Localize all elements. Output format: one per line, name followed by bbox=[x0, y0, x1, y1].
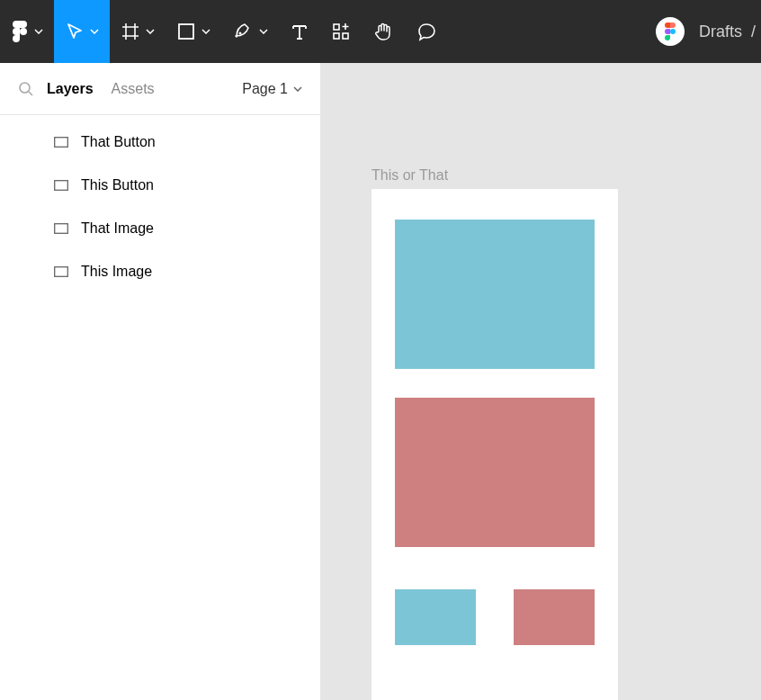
sidebar-tabs: Layers Assets bbox=[47, 81, 155, 97]
layer-item[interactable]: That Button bbox=[0, 121, 320, 164]
resources-button[interactable] bbox=[320, 0, 362, 63]
pen-tool-button[interactable] bbox=[221, 0, 279, 63]
svg-rect-8 bbox=[55, 138, 68, 148]
figma-menu-button[interactable] bbox=[0, 0, 54, 63]
svg-point-2 bbox=[239, 32, 242, 35]
chevron-down-icon bbox=[34, 29, 43, 34]
figma-color-logo-icon bbox=[664, 22, 676, 40]
breadcrumb-separator: / bbox=[751, 22, 756, 41]
figma-logo-icon bbox=[11, 19, 29, 44]
chevron-down-icon bbox=[90, 29, 99, 34]
svg-point-7 bbox=[20, 83, 30, 93]
layer-item[interactable]: This Button bbox=[0, 164, 320, 207]
search-icon[interactable] bbox=[18, 81, 34, 97]
canvas-frame[interactable] bbox=[372, 189, 618, 700]
resources-icon bbox=[331, 22, 351, 41]
chevron-down-icon bbox=[293, 86, 302, 92]
pen-icon bbox=[232, 21, 254, 42]
layer-item[interactable]: This Image bbox=[0, 250, 320, 293]
main: Layers Assets Page 1 This or That That B… bbox=[0, 63, 761, 700]
frame-tool-button[interactable] bbox=[110, 0, 166, 63]
layer-name: That Image bbox=[81, 220, 154, 237]
svg-rect-5 bbox=[343, 33, 348, 39]
svg-rect-4 bbox=[334, 33, 339, 39]
canvas-shape[interactable] bbox=[395, 220, 595, 369]
svg-point-6 bbox=[670, 29, 676, 34]
tab-layers[interactable]: Layers bbox=[47, 81, 94, 97]
tab-assets[interactable]: Assets bbox=[112, 81, 155, 97]
toolbar: Drafts / bbox=[0, 0, 761, 63]
svg-rect-1 bbox=[179, 24, 193, 39]
layers-list: This or That That Button This Button Tha… bbox=[0, 115, 320, 299]
rectangle-icon bbox=[176, 22, 196, 41]
layer-item[interactable]: That Image bbox=[0, 207, 320, 250]
hand-icon bbox=[372, 21, 394, 42]
hand-tool-button[interactable] bbox=[362, 0, 405, 63]
page-label: Page 1 bbox=[242, 81, 288, 97]
chevron-down-icon bbox=[146, 29, 155, 34]
canvas-shape[interactable] bbox=[395, 589, 476, 645]
canvas-shape[interactable] bbox=[514, 589, 595, 645]
comment-icon bbox=[416, 21, 437, 42]
rectangle-icon bbox=[54, 223, 68, 234]
text-icon bbox=[290, 22, 309, 41]
layer-name: This Image bbox=[81, 264, 152, 280]
text-tool-button[interactable] bbox=[279, 0, 320, 63]
rectangle-icon bbox=[54, 180, 68, 191]
chevron-down-icon bbox=[201, 29, 210, 34]
canvas-shape[interactable] bbox=[395, 398, 595, 547]
shape-tool-button[interactable] bbox=[166, 0, 221, 63]
breadcrumb[interactable]: Drafts / bbox=[699, 22, 761, 41]
sidebar-header: Layers Assets Page 1 bbox=[0, 63, 320, 115]
comment-tool-button[interactable] bbox=[405, 0, 448, 63]
svg-rect-11 bbox=[55, 267, 68, 277]
rectangle-icon bbox=[54, 266, 68, 277]
page-selector[interactable]: Page 1 bbox=[242, 81, 302, 97]
file-icon[interactable] bbox=[656, 17, 685, 46]
svg-rect-3 bbox=[334, 24, 339, 30]
move-tool-button[interactable] bbox=[54, 0, 110, 63]
left-sidebar: Layers Assets Page 1 This or That That B… bbox=[0, 63, 321, 700]
layer-name: That Button bbox=[81, 134, 156, 150]
canvas-frame-label[interactable]: This or That bbox=[372, 167, 448, 184]
svg-rect-9 bbox=[55, 181, 68, 191]
chevron-down-icon bbox=[259, 29, 268, 34]
svg-point-0 bbox=[20, 28, 27, 35]
frame-icon bbox=[121, 22, 140, 41]
breadcrumb-location: Drafts bbox=[699, 22, 742, 41]
rectangle-icon bbox=[54, 137, 68, 148]
canvas[interactable]: This or That bbox=[321, 63, 761, 700]
move-icon bbox=[65, 22, 85, 41]
layer-name: This Button bbox=[81, 177, 154, 193]
svg-rect-10 bbox=[55, 224, 68, 234]
